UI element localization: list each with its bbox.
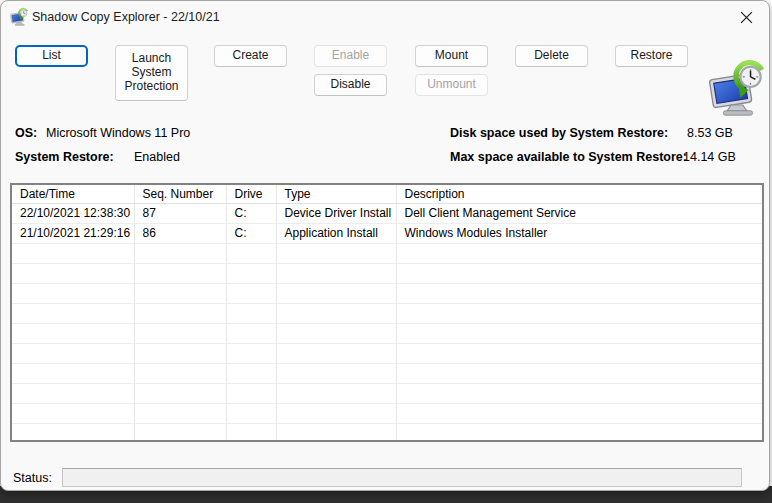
table-cell	[12, 323, 134, 343]
table-cell[interactable]: Application Install	[276, 223, 396, 243]
table-cell	[12, 303, 134, 323]
table-cell	[276, 243, 396, 263]
empty-table-row	[12, 343, 762, 363]
table-cell	[12, 423, 134, 442]
table-cell	[226, 383, 276, 403]
close-button[interactable]	[725, 2, 767, 32]
table-cell	[134, 283, 226, 303]
table-cell[interactable]: Device Driver Install	[276, 203, 396, 223]
system-restore-value: Enabled	[134, 150, 180, 164]
table-cell	[396, 263, 762, 283]
table-cell	[276, 403, 396, 423]
empty-table-row	[12, 303, 762, 323]
table-cell[interactable]: 21/10/2021 21:29:16	[12, 223, 134, 243]
table-cell	[12, 383, 134, 403]
column-header[interactable]: Seq. Number	[134, 185, 226, 203]
empty-table-row	[12, 263, 762, 283]
system-restore-icon	[705, 60, 767, 117]
system-restore-label: System Restore:	[15, 150, 114, 164]
table-cell	[396, 423, 762, 442]
table-row[interactable]: 22/10/2021 12:38:3087C:Device Driver Ins…	[12, 203, 762, 223]
table-cell	[276, 323, 396, 343]
table-cell	[12, 243, 134, 263]
table-cell	[134, 243, 226, 263]
table-cell[interactable]: Dell Client Management Service	[396, 203, 762, 223]
table-cell	[276, 423, 396, 442]
empty-table-row	[12, 283, 762, 303]
table-cell	[396, 383, 762, 403]
table-cell	[226, 243, 276, 263]
table-cell	[226, 323, 276, 343]
table-cell	[276, 303, 396, 323]
disk-space-used-value: 8.53 GB	[687, 126, 733, 140]
table-cell	[396, 363, 762, 383]
table-cell	[396, 323, 762, 343]
table-cell	[396, 343, 762, 363]
restore-button[interactable]: Restore	[615, 45, 688, 67]
table-cell	[396, 403, 762, 423]
table-cell	[226, 403, 276, 423]
status-textbox	[62, 468, 742, 487]
empty-table-row	[12, 383, 762, 403]
column-header[interactable]: Date/Time	[12, 185, 134, 203]
shadow-copy-explorer-window: Shadow Copy Explorer - 22/10/21 List Lau…	[0, 0, 770, 491]
table-cell	[12, 263, 134, 283]
table-cell	[226, 363, 276, 383]
table-cell	[134, 303, 226, 323]
table-cell	[12, 283, 134, 303]
table-cell	[12, 363, 134, 383]
table-cell	[134, 423, 226, 442]
table-cell[interactable]: C:	[226, 203, 276, 223]
empty-table-row	[12, 423, 762, 442]
table-cell	[134, 263, 226, 283]
table-cell	[134, 323, 226, 343]
table-cell	[396, 283, 762, 303]
table-cell	[134, 383, 226, 403]
enable-button[interactable]: Enable	[314, 45, 387, 67]
table-cell	[276, 343, 396, 363]
table-cell[interactable]: 87	[134, 203, 226, 223]
table-cell	[396, 303, 762, 323]
window-title: Shadow Copy Explorer - 22/10/21	[32, 1, 220, 33]
table-cell	[226, 343, 276, 363]
empty-table-row	[12, 403, 762, 423]
table-cell	[396, 243, 762, 263]
table-cell	[134, 363, 226, 383]
table-cell	[134, 403, 226, 423]
table-cell	[276, 383, 396, 403]
status-label: Status:	[13, 471, 52, 485]
app-icon	[9, 7, 29, 27]
table-row[interactable]: 21/10/2021 21:29:1686C:Application Insta…	[12, 223, 762, 243]
create-button[interactable]: Create	[214, 45, 287, 67]
table-cell	[226, 423, 276, 442]
os-label: OS:	[15, 126, 37, 140]
table-cell	[12, 403, 134, 423]
table-cell[interactable]: 22/10/2021 12:38:30	[12, 203, 134, 223]
list-button[interactable]: List	[15, 45, 88, 67]
disk-space-used-label: Disk space used by System Restore:	[450, 126, 668, 140]
table-cell	[226, 283, 276, 303]
disable-button[interactable]: Disable	[314, 74, 387, 96]
table-cell	[134, 343, 226, 363]
titlebar: Shadow Copy Explorer - 22/10/21	[1, 1, 769, 33]
empty-table-row	[12, 323, 762, 343]
table-cell	[276, 363, 396, 383]
table-cell[interactable]: Windows Modules Installer	[396, 223, 762, 243]
max-space-available-label: Max space available to System Restore:	[450, 150, 687, 164]
mount-button[interactable]: Mount	[415, 45, 488, 67]
table-cell	[276, 283, 396, 303]
table-cell	[226, 263, 276, 283]
table-cell	[12, 343, 134, 363]
table-cell[interactable]: 86	[134, 223, 226, 243]
empty-table-row	[12, 243, 762, 263]
launch-system-protection-button[interactable]: Launch System Protection	[115, 45, 188, 101]
column-header[interactable]: Type	[276, 185, 396, 203]
close-icon	[740, 11, 753, 24]
table-cell	[226, 303, 276, 323]
column-header[interactable]: Description	[396, 185, 762, 203]
delete-button[interactable]: Delete	[515, 45, 588, 67]
table-cell[interactable]: C:	[226, 223, 276, 243]
unmount-button[interactable]: Unmount	[415, 74, 488, 96]
column-header[interactable]: Drive	[226, 185, 276, 203]
os-value: Microsoft Windows 11 Pro	[46, 126, 190, 140]
